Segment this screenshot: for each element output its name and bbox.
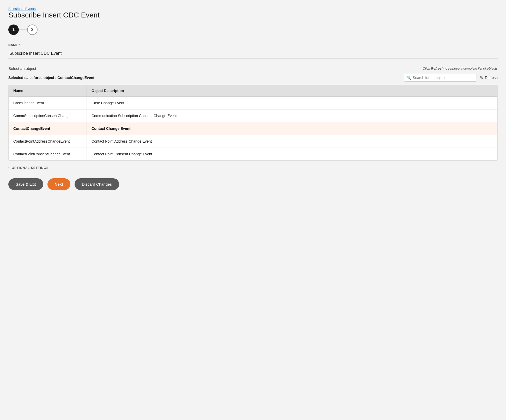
name-field-label: NAME* bbox=[8, 43, 498, 47]
search-box: 🔍 bbox=[404, 74, 477, 82]
save-exit-button[interactable]: Save & Exit bbox=[8, 178, 43, 190]
table-cell-description: Case Change Event bbox=[87, 97, 497, 109]
table-cell-name: ContactPointAddressChangeEvent bbox=[9, 135, 87, 148]
step-connector bbox=[19, 29, 27, 30]
breadcrumb-link[interactable]: Salesforce Events bbox=[8, 7, 36, 11]
refresh-label: Refresh bbox=[485, 76, 498, 80]
refresh-hint: Click Refresh to retrieve a complete lis… bbox=[423, 66, 498, 70]
table-cell-name: CommSubscriptionConsentChange... bbox=[9, 109, 87, 122]
step-1-circle: 1 bbox=[8, 25, 19, 35]
table-row-selected[interactable]: ContactChangeEvent Contact Change Event bbox=[9, 122, 497, 135]
object-section: Select an object Click Refresh to retrie… bbox=[8, 66, 498, 161]
chevron-right-icon: › bbox=[8, 166, 10, 170]
refresh-button[interactable]: ↻ Refresh bbox=[480, 75, 498, 80]
object-header-row: Select an object Click Refresh to retrie… bbox=[8, 66, 498, 71]
step-2-circle: 2 bbox=[27, 25, 38, 35]
table-header-row: Name Object Description bbox=[9, 85, 497, 97]
steps-row: 1 2 bbox=[8, 25, 498, 35]
refresh-icon: ↻ bbox=[480, 75, 483, 80]
table-row[interactable]: ContactPointAddressChangeEvent Contact P… bbox=[9, 135, 497, 148]
required-star: * bbox=[19, 43, 20, 47]
name-input[interactable] bbox=[8, 48, 498, 59]
search-refresh-group: 🔍 ↻ Refresh bbox=[404, 74, 498, 82]
table-cell-name: ContactPointConsentChangeEvent bbox=[9, 148, 87, 160]
selected-object-label: Selected salesforce object : ContactChan… bbox=[8, 76, 94, 80]
page-title: Subscribe Insert CDC Event bbox=[8, 11, 498, 19]
table-header-description: Object Description bbox=[87, 85, 497, 96]
object-controls-row: Selected salesforce object : ContactChan… bbox=[8, 74, 498, 82]
table-row[interactable]: CaseChangeEvent Case Change Event bbox=[9, 97, 497, 109]
next-button[interactable]: Next bbox=[47, 178, 71, 190]
search-icon: 🔍 bbox=[407, 76, 411, 80]
table-cell-description: Contact Change Event bbox=[87, 122, 497, 135]
objects-table: Name Object Description CaseChangeEvent … bbox=[8, 85, 498, 161]
table-cell-description: Communication Subscription Consent Chang… bbox=[87, 109, 497, 122]
search-input[interactable] bbox=[413, 76, 474, 80]
table-cell-name: CaseChangeEvent bbox=[9, 97, 87, 109]
table-row[interactable]: CommSubscriptionConsentChange... Communi… bbox=[9, 109, 497, 122]
optional-settings-label: OPTIONAL SETTINGS bbox=[12, 166, 49, 170]
table-cell-description: Contact Point Address Change Event bbox=[87, 135, 497, 148]
table-header-name: Name bbox=[9, 85, 87, 96]
footer-buttons: Save & Exit Next Discard Changes bbox=[8, 178, 498, 190]
select-object-label: Select an object bbox=[8, 66, 36, 71]
table-row[interactable]: ContactPointConsentChangeEvent Contact P… bbox=[9, 148, 497, 160]
optional-settings-toggle[interactable]: › OPTIONAL SETTINGS bbox=[8, 166, 498, 170]
discard-changes-button[interactable]: Discard Changes bbox=[75, 178, 119, 190]
table-cell-description: Contact Point Consent Change Event bbox=[87, 148, 497, 160]
table-cell-name: ContactChangeEvent bbox=[9, 122, 87, 135]
